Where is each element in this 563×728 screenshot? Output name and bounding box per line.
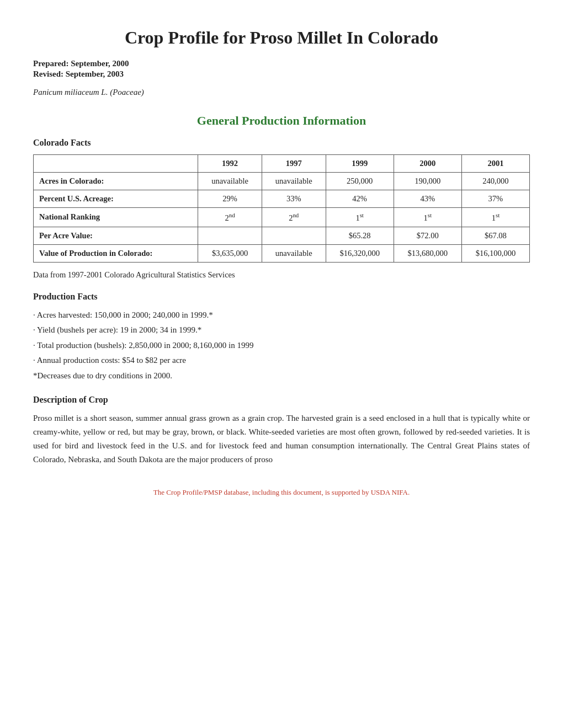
table-row: Percent U.S. Acreage: 29% 33% 42% 43% 37…: [34, 190, 530, 208]
revised-date: Revised: September, 2003: [33, 69, 530, 79]
ranking-1992: 2nd: [198, 208, 262, 227]
table-header-2000: 2000: [394, 155, 461, 173]
percent-1997: 33%: [262, 190, 326, 208]
row-label-percent: Percent U.S. Acreage:: [34, 190, 198, 208]
acres-1992: unavailable: [198, 173, 262, 190]
description-label: Description of Crop: [33, 395, 530, 405]
row-label-per-acre: Per Acre Value:: [34, 227, 198, 244]
percent-1999: 42%: [326, 190, 394, 208]
per-acre-1992: [198, 227, 262, 244]
table-row: Value of Production in Colorado: $3,635,…: [34, 244, 530, 262]
ranking-1999: 1st: [326, 208, 394, 227]
value-prod-1992: $3,635,000: [198, 244, 262, 262]
ranking-2001: 1st: [461, 208, 529, 227]
prepared-date: Prepared: September, 2000: [33, 59, 530, 68]
table-row: National Ranking 2nd 2nd 1st 1st 1st: [34, 208, 530, 227]
value-prod-2000: $13,680,000: [394, 244, 461, 262]
ranking-2000: 1st: [394, 208, 461, 227]
per-acre-1997: [262, 227, 326, 244]
table-header-1997: 1997: [262, 155, 326, 173]
production-fact-2: · Yield (bushels per acre): 19 in 2000; …: [33, 323, 530, 338]
per-acre-2001: $67.08: [461, 227, 529, 244]
production-fact-3: · Total production (bushels): 2,850,000 …: [33, 339, 530, 353]
row-label-acres: Acres in Colorado:: [34, 173, 198, 190]
data-source: Data from 1997-2001 Colorado Agricultura…: [33, 270, 530, 280]
value-prod-1999: $16,320,000: [326, 244, 394, 262]
section-title: General Production Information: [33, 114, 530, 128]
footer-note: The Crop Profile/PMSP database, includin…: [33, 488, 530, 497]
page-title: Crop Profile for Proso Millet In Colorad…: [33, 28, 530, 48]
per-acre-1999: $65.28: [326, 227, 394, 244]
production-fact-4: · Annual production costs: $54 to $82 pe…: [33, 354, 530, 368]
description-text: Proso millet is a short season, summer a…: [33, 411, 530, 466]
table-header-empty: [34, 155, 198, 173]
percent-2001: 37%: [461, 190, 529, 208]
ranking-1997: 2nd: [262, 208, 326, 227]
colorado-facts-label: Colorado Facts: [33, 138, 530, 148]
value-prod-2001: $16,100,000: [461, 244, 529, 262]
production-fact-5: *Decreases due to dry conditions in 2000…: [33, 369, 530, 383]
acres-2000: 190,000: [394, 173, 461, 190]
acres-1999: 250,000: [326, 173, 394, 190]
acres-1997: unavailable: [262, 173, 326, 190]
percent-1992: 29%: [198, 190, 262, 208]
colorado-facts-table: 1992 1997 1999 2000 2001 Acres in Colora…: [33, 154, 530, 263]
percent-2000: 43%: [394, 190, 461, 208]
per-acre-2000: $72.00: [394, 227, 461, 244]
table-header-1999: 1999: [326, 155, 394, 173]
table-header-2001: 2001: [461, 155, 529, 173]
scientific-name-rest: L. (Poaceae): [99, 88, 144, 97]
scientific-name-italic: Panicum miliaceum: [33, 88, 99, 97]
production-facts-label: Production Facts: [33, 292, 530, 302]
row-label-value-production: Value of Production in Colorado:: [34, 244, 198, 262]
acres-2001: 240,000: [461, 173, 529, 190]
production-fact-1: · Acres harvested: 150,000 in 2000; 240,…: [33, 308, 530, 323]
value-prod-1997: unavailable: [262, 244, 326, 262]
row-label-ranking: National Ranking: [34, 208, 198, 227]
table-row: Per Acre Value: $65.28 $72.00 $67.08: [34, 227, 530, 244]
table-header-1992: 1992: [198, 155, 262, 173]
table-row: Acres in Colorado: unavailable unavailab…: [34, 173, 530, 190]
